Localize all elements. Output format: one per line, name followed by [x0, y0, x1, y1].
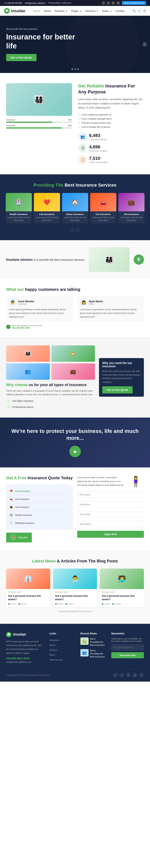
footer-social-google[interactable]: g [133, 673, 137, 678]
menu-icon[interactable]: ☰ [143, 9, 146, 12]
blog-tag-1: #news1 [8, 603, 17, 605]
testimonial-card-2: 👩 Ryan Martin Client Lorem ipsum generat… [77, 296, 144, 321]
service-desc-job: Lorem ipsum dolor sit amet ipsum dolor [120, 216, 143, 222]
footer-link-about[interactable]: About [49, 644, 55, 646]
phone-input[interactable] [77, 521, 144, 527]
author-name-2: Ryan Martin [89, 300, 103, 303]
contact-info: Have any question? Give us a call 546.89… [12, 324, 41, 329]
footer-link-insurance[interactable]: Insurance [49, 639, 59, 641]
nav-links: Home About Services ▼ Pages ▼ Services ▼… [33, 9, 125, 12]
footer-copyright: © copyright 2020 by DownloadNewThemes.co… [6, 674, 50, 676]
phone-icon: 📞 [6, 324, 11, 329]
hero-next-button[interactable]: › [143, 42, 147, 46]
services-prev-button[interactable]: ‹ [70, 227, 74, 232]
blog-section: Latest News & Articles From The Blog Pos… [0, 551, 150, 624]
reliable-title: Get Reliable Insurance For Any Purpose [78, 83, 144, 95]
nav-services[interactable]: Services ▼ [54, 9, 67, 12]
nav-contact[interactable]: Contact [115, 9, 125, 12]
footer-social-youtube[interactable]: y [139, 673, 144, 678]
social-linkedin[interactable]: in [111, 1, 115, 5]
recent-image-1: 🏡 [80, 638, 88, 645]
apply-button[interactable]: Apply Now [77, 531, 144, 538]
services-next-button[interactable]: › [76, 227, 80, 232]
service-card-home[interactable]: 🏠 Home Insurance Lorem ipsum dolor sit a… [62, 193, 88, 223]
calculator-icon: 🧮 [10, 535, 16, 540]
blog-tag-3: #news2 [55, 603, 64, 605]
top-link-writing[interactable]: Writing Block, melbourne [48, 2, 71, 4]
nav-home[interactable]: Home [33, 9, 40, 12]
footer-links-list: Insurance About Service News Terms of us… [49, 638, 74, 662]
footer-link-service[interactable]: Service [49, 649, 57, 651]
search-icon[interactable]: 🔍 [132, 9, 136, 12]
footer-link-news[interactable]: News [49, 654, 55, 656]
hero-dot-3[interactable] [77, 68, 79, 70]
quote-sidebar-life[interactable]: ❤️ Life Insurance › [9, 487, 70, 495]
service-card-info-job: Job Insurance Lorem ipsum dolor sit amet… [118, 211, 145, 223]
testimonials-section: What our happy customers are talking 👨 S… [0, 279, 150, 337]
social-twitter[interactable]: t [107, 1, 110, 5]
logo-icon [4, 8, 10, 14]
newsletter-input[interactable] [111, 644, 144, 651]
hero-dot-2[interactable] [74, 68, 76, 70]
quote-person-figure: 🧍‍♀️ [127, 475, 144, 488]
blog-card-2[interactable]: 👨‍💼 21 March, 2020 Get a personal insura… [53, 568, 97, 607]
service-card-job[interactable]: 💼 Job Insurance Lorem ipsum dolor sit am… [118, 193, 145, 223]
footer-social-linkedin[interactable]: in [126, 673, 131, 678]
footer-recent-list: 🏡 We're Providing the Best Insurance 👥 W… [80, 638, 105, 658]
quote-sidebar-car[interactable]: 🚗 Car Insurance › [9, 495, 70, 503]
hero-dot-1[interactable] [71, 68, 73, 70]
feature-icon-1: ✓ [6, 399, 11, 403]
testimonial-main: 👨 Susie Mendes Customer Lorem ipsum gene… [6, 296, 73, 321]
newsletter-button[interactable]: Subscribe Now [111, 652, 144, 658]
service-card-info-home: Home Insurance Lorem ipsum dolor sit ame… [62, 211, 88, 223]
stat-cases-handled: 📋 7,510 Cases we handled [78, 155, 144, 164]
service-card-car[interactable]: 🚗 Car Insurance Lorem ipsum dolor sit am… [90, 193, 116, 223]
nav-pages[interactable]: Pages ▼ [71, 9, 82, 12]
service-name-health: Health Insurance [7, 213, 30, 215]
quote-sidebar-wedding[interactable]: 💍 Wedding Insurance › [9, 519, 70, 527]
footer-links-title: Links [49, 632, 74, 635]
blog-card-1[interactable]: 👔 21 March, 2020 Get a personal insurace… [6, 568, 50, 607]
quote-sidebar-job[interactable]: 💼 Job Insurance › [9, 503, 70, 511]
progress-area: Insurance 70% Protection 85% [6, 119, 72, 129]
why-image-4: 💼 [51, 363, 95, 380]
hero-cta-button[interactable]: Get a Free Quote [6, 54, 37, 61]
quote-sidebar-health[interactable]: 🏥 Health Insurance › [9, 511, 70, 519]
cart-icon[interactable]: 🛒 [138, 9, 141, 12]
blog-card-3[interactable]: 👩‍💻 21 March, 2020 Get a personal insura… [100, 568, 144, 607]
nav-services2[interactable]: Services ▼ [85, 9, 98, 12]
stat-text: 6,493 Customers happy [89, 133, 107, 141]
service-card-health[interactable]: 🏥 Health Insurance Lorem ipsum dolor sit… [6, 193, 32, 223]
home-insurance-image: 🏠 [62, 193, 88, 211]
nav-about[interactable]: About [44, 9, 50, 12]
first-name-input[interactable] [77, 492, 144, 498]
appointment-button[interactable]: Make an Appointment [122, 1, 146, 5]
blog-title: Latest News & Articles From The Blog Pos… [6, 559, 144, 563]
recent-item-1: 🏡 We're Providing the Best Insurance [80, 638, 105, 647]
social-google[interactable]: g [116, 1, 120, 5]
footer-about-text: DPS Lorem ipsum dolor sit amet consectet… [6, 640, 43, 655]
footer-top: insolan DPS Lorem ipsum dolor sit amet c… [6, 632, 144, 663]
footer-social-twitter[interactable]: t [119, 673, 124, 678]
why-feature-1: ✓ Get Right Solutions [6, 399, 95, 403]
footer-social-links: f t in g y [113, 673, 144, 678]
service-name-life: Life Insurance [36, 213, 59, 215]
last-name-input[interactable] [77, 501, 144, 507]
play-button[interactable]: ▶ [69, 446, 81, 457]
footer-social-facebook[interactable]: f [113, 673, 118, 678]
footer-link-terms[interactable]: Terms of use [49, 658, 62, 661]
why-top-cta-button[interactable]: Get a Free Quote [102, 386, 133, 394]
calculate-button[interactable]: 🧮 Calculate [6, 533, 32, 542]
blog-image-3: 👩‍💻 [100, 568, 144, 589]
logo: insolan [4, 8, 25, 14]
video-title: We're here to protect your business, lif… [6, 428, 144, 442]
social-facebook[interactable]: f [102, 1, 105, 5]
nav-news[interactable]: News ▼ [102, 9, 112, 12]
service-card-life[interactable]: ❤️ Life Insurance Lorem ipsum dolor sit … [34, 193, 60, 223]
blog-tag-2: #news1 [18, 603, 27, 605]
author-info-2: Ryan Martin Client [89, 300, 103, 305]
recent-text-1: We're Providing the Best Insurance [90, 638, 105, 647]
email-input[interactable] [77, 511, 144, 517]
mission-circle-icon: 🛡️ [134, 254, 144, 265]
why-top-box: Why you need the top Insurance Much born… [99, 358, 144, 397]
